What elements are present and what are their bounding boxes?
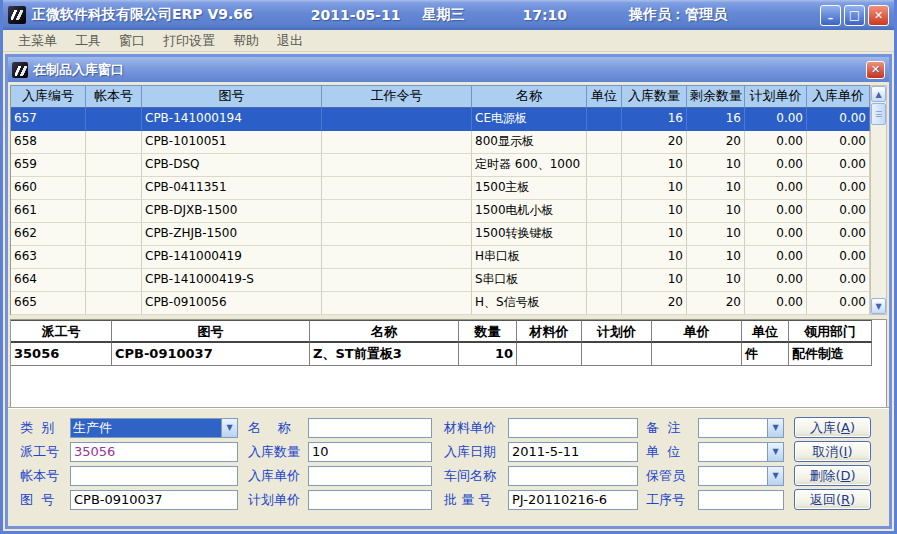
remark-select[interactable] <box>698 418 784 438</box>
stock-table-cell: H、S信号板 <box>472 292 587 315</box>
stock-table-cell: 0.00 <box>745 200 807 223</box>
menu-main[interactable]: 主菜单 <box>9 30 66 52</box>
stock-table-header-9: 入库单价 <box>807 85 870 108</box>
dispatch-table-cell: CPB-0910037 <box>112 343 310 366</box>
workshop-label: 车间名称 <box>444 467 508 485</box>
child-window-title: 在制品入库窗口 <box>33 61 124 79</box>
stock-table-header-row: 入库编号帐本号图号工作令号名称单位入库数量剩余数量计划单价入库单价 <box>11 85 870 108</box>
stock-table-cell: 10 <box>687 154 745 177</box>
book-no-input[interactable] <box>70 466 238 486</box>
stock-table-cell <box>587 131 622 154</box>
stock-table-cell <box>322 108 472 131</box>
workshop-input[interactable] <box>508 466 638 486</box>
stock-table-cell: 0.00 <box>745 292 807 315</box>
process-no-input[interactable] <box>698 490 784 510</box>
menu-exit[interactable]: 退出 <box>268 30 312 52</box>
stock-table-row-3[interactable]: 660CPB-04113511500主板10100.000.00 <box>11 177 870 200</box>
stock-table-cell <box>86 154 142 177</box>
cancel-button[interactable]: 取消(I) <box>794 441 871 462</box>
chevron-down-icon[interactable] <box>767 419 783 437</box>
stock-table-header-6: 入库数量 <box>622 85 687 108</box>
plan-price-input[interactable] <box>308 490 432 510</box>
batch-no-input[interactable] <box>508 490 638 510</box>
dispatch-table-cell: 配件制造 <box>789 343 872 366</box>
stock-table-cell: 10 <box>622 177 687 200</box>
stock-table-cell <box>86 223 142 246</box>
stock-table-cell: 0.00 <box>807 108 870 131</box>
close-button[interactable] <box>868 5 889 26</box>
stock-table-row-2[interactable]: 659CPB-DSQ定时器 600、100010100.000.00 <box>11 154 870 177</box>
unit-select[interactable] <box>698 442 784 462</box>
dispatch-no-input[interactable] <box>70 442 238 462</box>
scroll-down-icon[interactable] <box>871 298 886 314</box>
titlebar-time: 17:10 <box>522 7 567 23</box>
stock-table-cell: H串口板 <box>472 246 587 269</box>
stock-table-cell <box>322 246 472 269</box>
scroll-thumb[interactable] <box>871 103 886 125</box>
stock-table-row-5[interactable]: 662CPB-ZHJB-15001500转换键板10100.000.00 <box>11 223 870 246</box>
chevron-down-icon[interactable] <box>221 419 237 437</box>
stock-table-header-2: 图号 <box>142 85 322 108</box>
stock-table-cell: 665 <box>11 292 86 315</box>
stock-table-cell: 0.00 <box>807 177 870 200</box>
keeper-select[interactable] <box>698 466 784 486</box>
stock-in-button[interactable]: 入库(A) <box>794 417 871 438</box>
price-label: 入库单价 <box>248 467 308 485</box>
unit-label: 单 位 <box>646 443 698 461</box>
book-no-label: 帐本号 <box>20 467 70 485</box>
material-price-label: 材料单价 <box>444 419 508 437</box>
stock-table-cell: CPB-DSQ <box>142 154 322 177</box>
stock-table-row-6[interactable]: 663CPB-141000419H串口板10100.000.00 <box>11 246 870 269</box>
chevron-down-icon[interactable] <box>767 443 783 461</box>
stock-table-cell: 20 <box>687 131 745 154</box>
menu-print-settings[interactable]: 打印设置 <box>154 30 224 52</box>
stock-table-cell <box>86 177 142 200</box>
scroll-track[interactable] <box>871 125 886 298</box>
child-close-button[interactable] <box>866 61 885 79</box>
menu-tools[interactable]: 工具 <box>66 30 110 52</box>
drawing-no-input[interactable] <box>70 490 238 510</box>
menu-window[interactable]: 窗口 <box>110 30 154 52</box>
qty-input[interactable] <box>308 442 432 462</box>
stock-table-cell: 定时器 600、1000 <box>472 154 587 177</box>
process-no-label: 工序号 <box>646 491 698 509</box>
stock-table-cell: 10 <box>687 200 745 223</box>
category-label: 类 别 <box>20 419 70 437</box>
stock-table-cell: S串口板 <box>472 269 587 292</box>
stock-table-cell: 0.00 <box>745 177 807 200</box>
material-price-input[interactable] <box>508 418 638 438</box>
dispatch-table-row-0[interactable]: 35056CPB-0910037Z、ST前置板310件配件制造 <box>11 343 886 366</box>
stock-table-cell: 800显示板 <box>472 131 587 154</box>
stock-table-cell: CPB-0411351 <box>142 177 322 200</box>
stock-table-cell: 10 <box>622 269 687 292</box>
stock-table-cell: 20 <box>687 292 745 315</box>
stock-table-cell <box>322 131 472 154</box>
category-value: 生产件 <box>71 419 221 437</box>
stock-table-row-7[interactable]: 664CPB-141000419-SS串口板10100.000.00 <box>11 269 870 292</box>
unit-value <box>699 443 767 461</box>
stock-table-row-4[interactable]: 661CPB-DJXB-15001500电机小板10100.000.00 <box>11 200 870 223</box>
scroll-up-icon[interactable] <box>871 86 886 102</box>
stock-table-row-1[interactable]: 658CPB-1010051800显示板20200.000.00 <box>11 131 870 154</box>
stock-table-cell: CPB-DJXB-1500 <box>142 200 322 223</box>
name-label: 名 称 <box>248 419 308 437</box>
stock-table-row-0[interactable]: 657CPB-141000194CE电源板16160.000.00 <box>11 108 870 131</box>
stock-table-cell: 20 <box>622 131 687 154</box>
stock-table-cell: 0.00 <box>745 246 807 269</box>
chevron-down-icon[interactable] <box>767 467 783 485</box>
titlebar-weekday: 星期三 <box>422 6 464 24</box>
drawing-no-label: 图 号 <box>20 491 70 509</box>
price-input[interactable] <box>308 466 432 486</box>
date-input[interactable] <box>508 442 638 462</box>
delete-button[interactable]: 删除(D) <box>794 465 871 486</box>
back-button[interactable]: 返回(R) <box>794 489 871 510</box>
vertical-scrollbar[interactable] <box>870 85 887 315</box>
stock-table-cell: 0.00 <box>745 131 807 154</box>
minimize-button[interactable] <box>820 5 841 26</box>
category-select[interactable]: 生产件 <box>70 418 238 438</box>
stock-table-header-4: 名称 <box>472 85 587 108</box>
menu-help[interactable]: 帮助 <box>224 30 268 52</box>
maximize-button[interactable] <box>844 5 865 26</box>
name-input[interactable] <box>308 418 432 438</box>
stock-table-row-8[interactable]: 665CPB-0910056H、S信号板20200.000.00 <box>11 292 870 315</box>
